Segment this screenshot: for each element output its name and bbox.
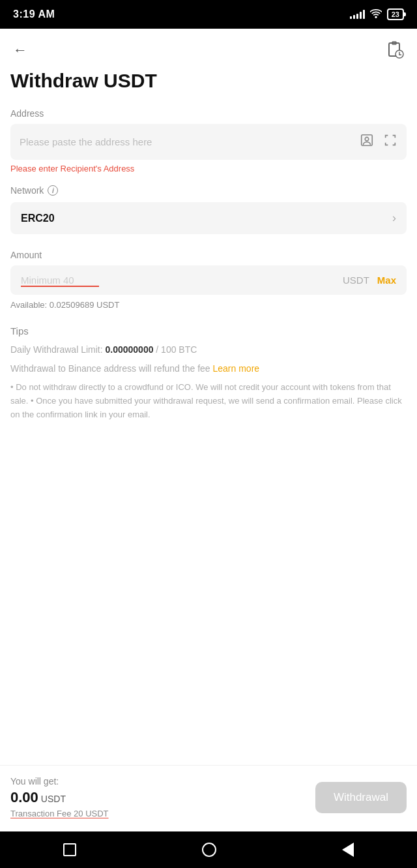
- you-will-get-amount: 0.00USDT: [10, 789, 66, 805]
- learn-more-link[interactable]: Learn more: [213, 363, 260, 374]
- tips-body-text: • Do not withdraw directly to a crowdfun…: [10, 381, 407, 421]
- amount-label: Amount: [10, 250, 407, 260]
- nav-square-icon: [63, 843, 76, 856]
- available-balance: Available: 0.02509689 USDT: [10, 300, 407, 310]
- you-will-get-area: You will get: 0.00USDT Transaction Fee 2…: [10, 776, 109, 818]
- max-button[interactable]: Max: [377, 275, 396, 286]
- refund-row: Withdrawal to Binance address will refun…: [10, 362, 407, 376]
- tips-title: Tips: [10, 325, 407, 337]
- transaction-fee: Transaction Fee 20 USDT: [10, 809, 109, 818]
- status-time: 3:19 AM: [13, 8, 55, 20]
- wifi-icon: [370, 9, 382, 20]
- address-placeholder: Please paste the address here: [20, 136, 360, 147]
- nav-back-button[interactable]: [342, 843, 354, 857]
- tips-section: Tips Daily Withdrawal Limit: 0.00000000 …: [10, 325, 407, 421]
- back-button[interactable]: ←: [10, 39, 30, 61]
- history-button[interactable]: [384, 39, 407, 61]
- network-value: ERC20: [21, 213, 55, 224]
- network-selector[interactable]: ERC20 ›: [10, 202, 407, 234]
- chevron-right-icon: ›: [392, 211, 396, 225]
- address-error: Please enter Recipient's Address: [10, 164, 407, 173]
- you-will-get-label: You will get:: [10, 776, 109, 786]
- amount-currency-label: USDT: [343, 275, 369, 286]
- battery-icon: 23: [387, 8, 404, 20]
- amount-right-controls: USDT Max: [343, 275, 396, 286]
- you-will-get-amount-row: 0.00USDT: [10, 789, 109, 806]
- contact-icon[interactable]: [360, 133, 374, 151]
- status-bar: 3:19 AM 23: [0, 0, 417, 29]
- nav-square-button[interactable]: [63, 843, 76, 856]
- nav-circle-icon: [202, 843, 216, 857]
- address-action-icons: [360, 133, 397, 151]
- network-label-row: Network i: [10, 185, 407, 196]
- page-title: Withdraw USDT: [10, 69, 407, 93]
- nav-triangle-icon: [342, 843, 354, 857]
- nav-home-button[interactable]: [202, 843, 216, 857]
- network-info-icon[interactable]: i: [48, 185, 58, 196]
- amount-input-area[interactable]: Minimum 40 USDT Max: [10, 265, 407, 295]
- svg-point-6: [365, 137, 369, 141]
- amount-placeholder: Minimum 40: [21, 275, 343, 286]
- bottom-summary: You will get: 0.00USDT Transaction Fee 2…: [0, 765, 417, 831]
- withdrawal-button[interactable]: Withdrawal: [315, 782, 407, 813]
- network-label: Network: [10, 185, 44, 196]
- bottom-nav: [0, 831, 417, 868]
- top-nav: ←: [10, 29, 407, 69]
- main-content: ← Withdraw USDT Address Please paste the…: [0, 29, 417, 765]
- address-input-area[interactable]: Please paste the address here: [10, 124, 407, 160]
- daily-limit-row: Daily Withdrawal Limit: 0.00000000 / 100…: [10, 343, 407, 357]
- signal-icon: [350, 10, 365, 19]
- scan-icon[interactable]: [383, 133, 397, 151]
- address-label: Address: [10, 108, 407, 119]
- status-icons: 23: [350, 8, 404, 20]
